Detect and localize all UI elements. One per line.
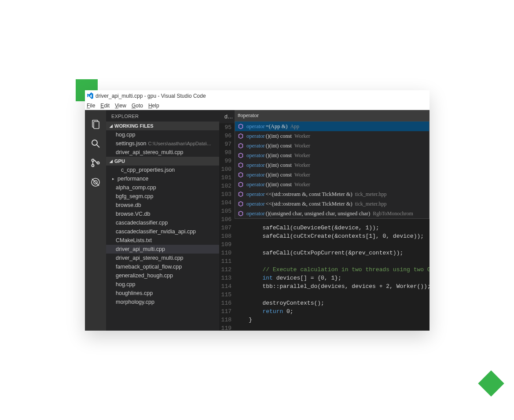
- file-item[interactable]: driver_api_stereo_multi.cpp: [106, 254, 219, 262]
- project-header[interactable]: ◢GPU: [106, 157, 219, 166]
- title-bar: driver_api_multi.cpp - gpu - Visual Stud…: [85, 90, 430, 101]
- vscode-window: driver_api_multi.cpp - gpu - Visual Stud…: [85, 90, 430, 331]
- svg-point-6: [97, 162, 99, 164]
- editor-tab[interactable]: dr: [219, 114, 232, 120]
- file-item[interactable]: farneback_optical_flow.cpp: [106, 262, 219, 271]
- suggest-item[interactable]: operator()(int) constWorker: [235, 151, 429, 160]
- menu-file[interactable]: File: [87, 103, 95, 109]
- method-icon: [238, 201, 244, 207]
- chevron-down-icon: ◢: [110, 159, 113, 163]
- working-file-item[interactable]: driver_api_stereo_multi.cpp: [106, 148, 219, 157]
- svg-point-5: [92, 165, 94, 167]
- file-item[interactable]: driver_api_multi.cpp: [106, 245, 219, 254]
- suggest-item[interactable]: operator=(App &)App: [235, 122, 429, 131]
- svg-line-3: [97, 145, 99, 147]
- suggest-item[interactable]: operator()(int) constWorker: [235, 160, 429, 170]
- file-item[interactable]: cascadeclassifier.cpp: [106, 218, 219, 227]
- suggest-item[interactable]: operator()(int) constWorker: [235, 180, 429, 189]
- method-icon: [238, 191, 244, 197]
- symbol-search-input[interactable]: #operator: [235, 110, 430, 121]
- file-item[interactable]: morphology.cpp: [106, 298, 219, 306]
- method-icon: [238, 181, 244, 188]
- chevron-down-icon: ◢: [110, 124, 113, 128]
- svg-rect-1: [94, 122, 99, 129]
- file-item[interactable]: bgfg_segm.cpp: [106, 192, 219, 201]
- working-file-item[interactable]: hog.cpp: [106, 130, 219, 139]
- file-item[interactable]: houghlines.cpp: [106, 289, 219, 298]
- suggest-widget: operator=(App &)Appoperator()(int) const…: [235, 121, 430, 219]
- explorer-icon[interactable]: [89, 118, 102, 130]
- menu-bar: File Edit View Goto Help: [85, 101, 430, 110]
- menu-view[interactable]: View: [115, 103, 126, 109]
- file-item[interactable]: ▸performance: [106, 174, 219, 183]
- editor: dr 9596979899100101102103104105106107108…: [219, 110, 430, 331]
- file-item[interactable]: browse.VC.db: [106, 210, 219, 218]
- suggest-item[interactable]: operator()(int) constWorker: [235, 170, 429, 180]
- search-icon[interactable]: [89, 137, 102, 150]
- chevron-right-icon: ▸: [112, 177, 117, 181]
- debug-icon[interactable]: [89, 176, 102, 188]
- method-icon: [238, 133, 244, 139]
- working-file-item[interactable]: settings.jsonC:\Users\aasthan\AppData\..…: [106, 139, 219, 148]
- file-item[interactable]: alpha_comp.cpp: [106, 183, 219, 192]
- decorative-diamond: [478, 370, 504, 396]
- file-item[interactable]: c_cpp_properties.json: [106, 166, 219, 174]
- suggest-item[interactable]: operator()(int) constWorker: [235, 141, 429, 151]
- svg-point-2: [92, 140, 97, 145]
- file-item[interactable]: generalized_hough.cpp: [106, 271, 219, 280]
- file-item[interactable]: cascadeclassifier_nvidia_api.cpp: [106, 227, 219, 236]
- method-icon: [238, 123, 244, 129]
- working-files-header[interactable]: ◢WORKING FILES: [106, 122, 219, 130]
- vscode-logo-icon: [87, 92, 94, 99]
- method-icon: [238, 162, 244, 168]
- window-title: driver_api_multi.cpp - gpu - Visual Stud…: [95, 93, 206, 99]
- svg-point-4: [92, 159, 94, 162]
- source-control-icon[interactable]: [89, 157, 102, 169]
- menu-edit[interactable]: Edit: [100, 103, 110, 109]
- method-icon: [238, 172, 244, 178]
- method-icon: [238, 210, 244, 217]
- explorer-title: EXPLORER: [106, 110, 219, 122]
- suggest-item[interactable]: operator<<(std::ostream &, const TickMet…: [235, 189, 429, 199]
- file-item[interactable]: browse.db: [106, 201, 219, 210]
- line-gutter: 9596979899100101102103104105106107108109…: [219, 123, 235, 331]
- menu-help[interactable]: Help: [148, 103, 159, 109]
- suggest-item[interactable]: operator()(unsigned char, unsigned char,…: [235, 209, 429, 218]
- method-icon: [238, 152, 244, 158]
- svg-line-9: [92, 179, 99, 186]
- file-item[interactable]: hog.cpp: [106, 280, 219, 289]
- activity-bar: [85, 110, 106, 331]
- method-icon: [238, 143, 244, 149]
- suggest-item[interactable]: operator<<(std::ostream &, const TickMet…: [235, 199, 429, 209]
- suggest-item[interactable]: operator()(int) constWorker: [235, 131, 429, 141]
- file-item[interactable]: CMakeLists.txt: [106, 236, 219, 245]
- menu-goto[interactable]: Goto: [132, 103, 143, 109]
- explorer-sidebar: EXPLORER ◢WORKING FILES hog.cppsettings.…: [106, 110, 219, 331]
